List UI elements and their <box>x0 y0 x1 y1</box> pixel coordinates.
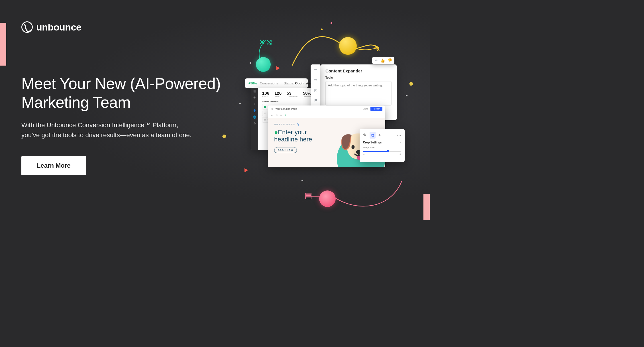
metric-label: Conversions <box>287 96 298 98</box>
builder-toolbar: ⇤ ⎘ ∞ ✦ <box>268 112 385 118</box>
slider-knob[interactable] <box>387 150 389 152</box>
orb-pink <box>319 190 336 207</box>
thumbs-down-icon[interactable]: 👎 <box>387 58 392 63</box>
shuffle-icon: ✕⤭ <box>261 37 270 47</box>
nav-globe-icon[interactable]: ◉ <box>253 96 256 99</box>
crop-title: Crop Settings <box>363 141 382 144</box>
triangle-icon <box>276 66 280 70</box>
brand-logo-mark <box>21 21 33 33</box>
hero-sub-line2: you've got the tools to drive results—ev… <box>21 131 191 139</box>
dot-icon <box>406 95 407 96</box>
path-pink <box>305 170 407 215</box>
pencil-icon: ✎ <box>372 44 382 54</box>
dot-icon <box>239 103 241 104</box>
layers-icon[interactable]: ≋ <box>314 78 317 83</box>
status-value: Optimizing <box>295 82 312 85</box>
minus-icon[interactable]: − <box>363 153 365 156</box>
hero-headline-line2: Marketing Team <box>21 94 131 111</box>
illustration-collage: ✕⤭ ✎ ▤ +30% Conversions Status: Optimizi… <box>234 17 427 211</box>
dot-icon <box>331 22 332 24</box>
sparkle-icon[interactable]: ✧ <box>374 58 378 63</box>
brand-logo: unbounce <box>21 21 81 33</box>
close-icon[interactable]: × <box>400 141 401 144</box>
image-size-label: Image Size <box>363 146 401 149</box>
target-icon: ◎ <box>271 107 273 110</box>
metric-value: 106 <box>262 91 269 96</box>
image-size-slider[interactable] <box>363 151 401 152</box>
conversion-delta: +30% <box>248 82 257 85</box>
dot-icon <box>301 180 303 181</box>
bookmark-icon[interactable]: ⎘ <box>314 88 317 93</box>
nav-user-icon[interactable]: 👤 <box>253 109 256 112</box>
thumbs-up-icon[interactable]: 👍 <box>380 58 385 63</box>
save-button[interactable]: Save <box>363 107 368 110</box>
status-pill: +30% Conversions Status: Optimizing <box>245 78 308 88</box>
nav-pages-icon[interactable]: ▦ <box>253 90 256 93</box>
dot-icon <box>250 62 251 64</box>
hero-headline: Meet Your New (AI-Powered) Marketing Tea… <box>21 74 221 112</box>
hero-headline-line1: Meet Your New (AI-Powered) <box>21 75 221 92</box>
expander-title: Content Expander <box>325 68 392 73</box>
metric-visitors: 106 Visitors <box>262 91 269 98</box>
hexagon-icon <box>409 82 413 86</box>
hero-subhead: With the Unbounce Conversion Intelligenc… <box>21 120 191 140</box>
tool-align-icon[interactable]: ⇤ <box>271 114 273 117</box>
builder-titlebar: ◎ Your Landing Page Save Publish <box>268 105 385 112</box>
sample-headline-l2: headline here <box>274 136 312 143</box>
dot-icon <box>321 29 323 30</box>
checkbox-icon <box>264 113 266 114</box>
metric-label: Visitors <box>262 96 269 98</box>
brush-icon[interactable]: ✎ <box>363 133 367 138</box>
crop-icon[interactable]: ⧉ <box>370 132 376 139</box>
publish-button[interactable]: Publish <box>370 107 382 111</box>
dashboard-side-nav: ▦ ◉ ＋ 👤 🌐 ⚙ <box>251 88 258 150</box>
nav-add-icon[interactable]: ＋ <box>253 102 256 106</box>
conversion-delta-label: Conversions <box>260 82 278 85</box>
metric-label: Views <box>274 96 282 98</box>
status-label: Status: <box>284 82 294 85</box>
sample-headline-l1: Enter your <box>278 129 307 136</box>
focus-icon[interactable]: ⌖ <box>378 133 381 138</box>
hero-sub-line1: With the Unbounce Conversion Intelligenc… <box>21 121 178 129</box>
crop-toolbar: ✎ ⧉ ⌖ ⋯ <box>363 132 401 139</box>
orb-green <box>256 57 271 72</box>
sample-brand-text: URBAN PAWS <box>274 123 295 126</box>
document-edit-icon: ▤ <box>303 190 313 200</box>
crop-settings-panel: ✎ ⧉ ⌖ ⋯ Crop Settings × Image Size −+ <box>360 129 405 162</box>
hexagon-icon <box>222 135 226 138</box>
tool-idea-icon[interactable]: ✦ <box>285 114 287 117</box>
more-icon[interactable]: ⋯ <box>397 133 401 138</box>
plus-icon[interactable]: + <box>400 153 401 156</box>
nav-world-icon[interactable]: 🌐 <box>253 115 256 119</box>
checkbox-icon <box>264 106 266 108</box>
triangle-icon <box>244 168 248 172</box>
caret-icon: ● <box>274 129 278 136</box>
tool-copy-icon[interactable]: ⎘ <box>276 114 277 117</box>
rating-buttons: ✧ 👍 👎 <box>372 57 394 64</box>
paw-icon: 🐾 <box>296 123 300 126</box>
book-icon[interactable]: ▭ <box>313 67 317 72</box>
page-name: Your Landing Page <box>275 107 297 110</box>
book-now-button[interactable]: BOOK NOW <box>274 147 297 153</box>
topic-label: Topic <box>325 76 392 79</box>
metric-value: 120 <box>274 91 282 96</box>
accent-bar-left <box>0 23 6 66</box>
orb-yellow <box>339 37 357 55</box>
slider-ends: −+ <box>363 153 401 156</box>
metric-views: 120 Views <box>274 91 282 98</box>
tool-link-icon[interactable]: ∞ <box>280 114 282 117</box>
topic-input[interactable] <box>325 81 392 105</box>
metric-value: 53 <box>287 91 298 96</box>
slider-fill <box>363 151 388 152</box>
flag-icon[interactable]: ⚑ <box>314 98 317 103</box>
checkbox-icon <box>264 119 266 121</box>
brand-logo-text: unbounce <box>36 22 81 33</box>
learn-more-button[interactable]: Learn More <box>21 156 86 175</box>
nav-settings-icon[interactable]: ⚙ <box>253 122 256 125</box>
metric-conversions: 53 Conversions <box>287 91 298 98</box>
